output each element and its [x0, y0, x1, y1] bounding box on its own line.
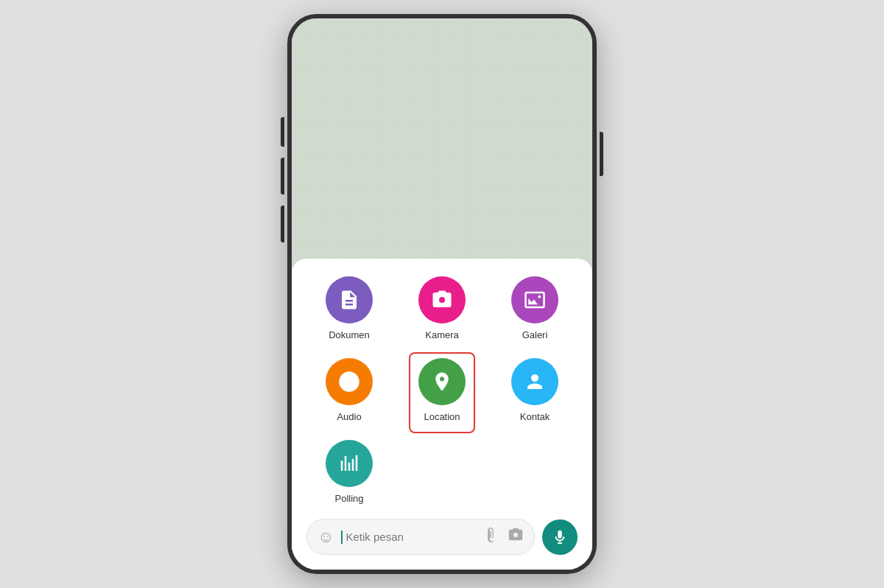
kamera-label: Kamera	[425, 329, 459, 340]
camera-bar-icon[interactable]	[508, 527, 524, 547]
galeri-label: Galeri	[522, 329, 548, 340]
svg-point-0	[538, 295, 541, 298]
document-icon	[338, 289, 360, 311]
audio-circle	[326, 358, 373, 405]
attachment-menu-sheet: Dokumen Kamera	[292, 259, 592, 570]
polling-label: Polling	[334, 493, 363, 504]
volume-down-button	[281, 158, 284, 195]
dokumen-label: Dokumen	[329, 329, 370, 340]
menu-item-kontak[interactable]: Kontak	[492, 358, 578, 422]
menu-item-location[interactable]: Location	[399, 358, 485, 422]
contact-icon	[524, 371, 546, 393]
attachment-menu-grid: Dokumen Kamera	[306, 276, 578, 504]
mic-button[interactable]	[542, 519, 578, 555]
message-placeholder: Ketik pesan	[345, 531, 403, 543]
message-input-wrap[interactable]: ☺ Ketik pesan	[306, 519, 535, 555]
emoji-button[interactable]: ☺	[318, 528, 334, 547]
message-input[interactable]: Ketik pesan	[341, 531, 477, 544]
menu-item-audio[interactable]: Audio	[306, 358, 392, 422]
location-circle	[418, 358, 466, 405]
phone-device: Dokumen Kamera	[287, 14, 597, 574]
text-cursor	[341, 531, 343, 544]
message-bar: ☺ Ketik pesan	[306, 519, 578, 555]
camera-icon	[431, 289, 453, 311]
menu-item-galeri[interactable]: Galeri	[492, 276, 578, 340]
phone-screen: Dokumen Kamera	[287, 14, 597, 574]
volume-up-button	[281, 117, 284, 147]
location-label: Location	[424, 411, 460, 422]
dokumen-circle	[326, 276, 373, 323]
menu-item-kamera[interactable]: Kamera	[399, 276, 485, 340]
menu-item-dokumen[interactable]: Dokumen	[306, 276, 392, 340]
kamera-circle	[418, 276, 466, 323]
kontak-circle	[511, 358, 558, 405]
location-pin-icon	[431, 371, 453, 393]
power-button	[600, 132, 603, 176]
attach-icon[interactable]	[484, 527, 500, 547]
kontak-label: Kontak	[520, 411, 550, 422]
mic-icon	[552, 529, 568, 545]
menu-item-polling[interactable]: Polling	[306, 440, 392, 504]
galeri-circle	[511, 276, 558, 323]
audio-icon	[338, 371, 360, 393]
polling-icon	[338, 452, 360, 475]
gallery-icon	[524, 289, 546, 311]
polling-circle	[326, 440, 373, 487]
silent-button	[281, 206, 284, 242]
audio-label: Audio	[337, 411, 361, 422]
